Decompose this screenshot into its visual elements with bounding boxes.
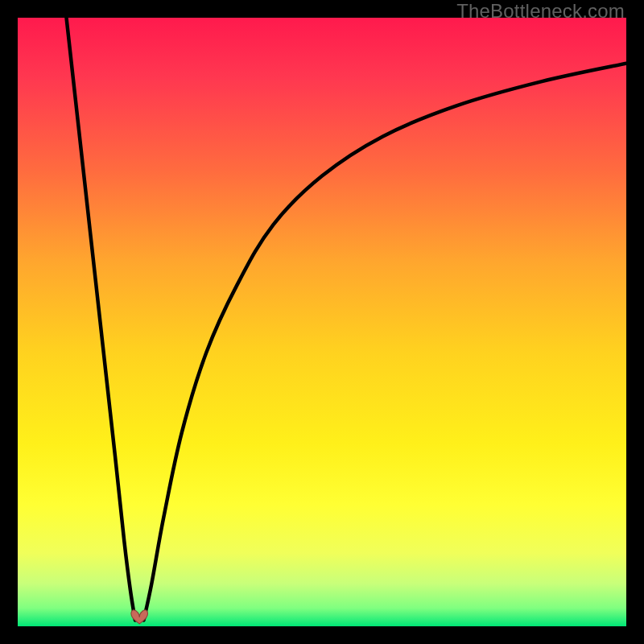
chart-frame	[18, 18, 626, 626]
bottleneck-chart	[18, 18, 626, 626]
gradient-background	[18, 18, 626, 626]
